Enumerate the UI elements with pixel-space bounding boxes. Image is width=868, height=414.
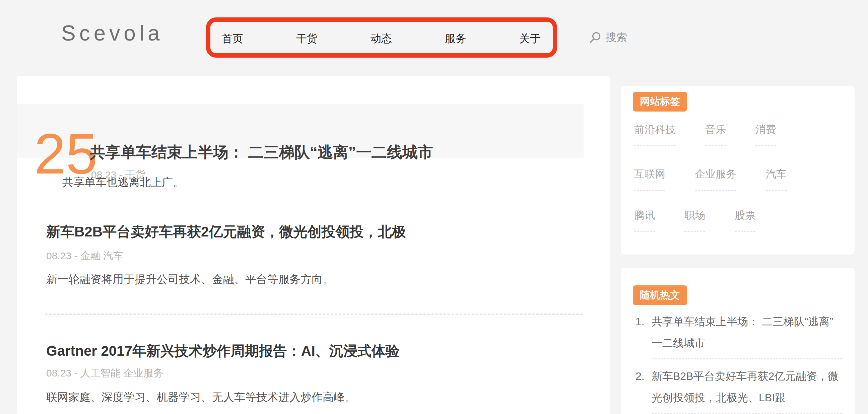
hot-article-item[interactable]: 1. 共享单车结束上半场： 二三梯队“逃离”一二线城市: [636, 311, 842, 354]
featured-article-header: 25 共享单车结束上半场： 二三梯队“逃离”一二线城市 08.23 - 干货: [17, 104, 584, 158]
article-title[interactable]: Gartner 2017年新兴技术炒作周期报告：AI、沉浸式体验: [46, 342, 400, 360]
tag-row: 前沿科技 音乐 消费: [634, 123, 776, 147]
nav-item-home[interactable]: 首页: [222, 31, 243, 46]
site-tags-panel: 网站标签 前沿科技 音乐 消费 互联网 企业服务 汽车 腾讯 职场 股票: [621, 86, 855, 255]
tag-yinyue[interactable]: 音乐: [705, 123, 726, 147]
search-button[interactable]: 搜索: [589, 30, 627, 45]
tag-xiaofei[interactable]: 消费: [755, 123, 776, 147]
tag-row: 腾讯 职场 股票: [634, 208, 755, 232]
nav-item-fuwu[interactable]: 服务: [445, 31, 466, 46]
hot-article-list: 1. 共享单车结束上半场： 二三梯队“逃离”一二线城市 2. 新车B2B平台卖好…: [636, 311, 842, 414]
hot-article-index: 1.: [636, 311, 652, 354]
hot-article-index: 2.: [636, 365, 652, 408]
article-excerpt: 新一轮融资将用于提升公司技术、金融、平台等服务方向。: [46, 272, 334, 287]
tag-qiche[interactable]: 汽车: [766, 167, 786, 191]
tag-qianyankeji[interactable]: 前沿科技: [634, 123, 676, 147]
tag-row: 互联网 企业服务 汽车: [634, 167, 786, 191]
hot-article-item[interactable]: 2. 新车B2B平台卖好车再获2亿元融资，微光创投领投，北极光、LBI跟: [636, 365, 842, 408]
article-list-card: 25 共享单车结束上半场： 二三梯队“逃离”一二线城市 08.23 - 干货 共…: [17, 76, 610, 414]
featured-article-excerpt: 共享单车也逃离北上广。: [62, 175, 184, 190]
nav-item-ganhuo[interactable]: 干货: [296, 31, 318, 46]
tag-tengxun[interactable]: 腾讯: [634, 208, 655, 232]
hot-list-divider: [652, 358, 842, 359]
tag-hulianwang[interactable]: 互联网: [634, 167, 665, 191]
tags-panel-badge: 网站标签: [633, 92, 687, 112]
tag-qiyefuwu[interactable]: 企业服务: [695, 167, 736, 191]
article-divider: [45, 314, 583, 315]
featured-article-title[interactable]: 共享单车结束上半场： 二三梯队“逃离”一二线城市: [90, 142, 433, 163]
hot-article-title[interactable]: 共享单车结束上半场： 二三梯队“逃离”一二线城市: [652, 311, 842, 354]
page: { "brand": { "logo": "Scevola" }, "nav":…: [0, 0, 868, 414]
tag-gupiao[interactable]: 股票: [735, 208, 755, 232]
hot-panel-badge: 随机热文: [633, 285, 687, 305]
search-label: 搜索: [606, 30, 627, 45]
featured-article-number: 25: [34, 125, 97, 182]
article-meta: 08.23 - 人工智能 企业服务: [46, 367, 163, 380]
nav-item-dongtai[interactable]: 动态: [371, 31, 392, 46]
hot-article-title[interactable]: 新车B2B平台卖好车再获2亿元融资，微光创投领投，北极光、LBI跟: [652, 365, 842, 408]
article-meta: 08.23 - 金融 汽车: [46, 249, 123, 263]
article-title[interactable]: 新车B2B平台卖好车再获2亿元融资，微光创投领投，北极: [46, 222, 406, 241]
search-icon: [589, 31, 602, 44]
article-excerpt: 联网家庭、深度学习、机器学习、无人车等技术进入炒作高峰。: [46, 390, 356, 405]
nav-item-guanyu[interactable]: 关于: [519, 31, 541, 46]
site-logo[interactable]: Scevola: [61, 21, 163, 45]
main-nav: 首页 干货 动态 服务 关于: [222, 31, 541, 46]
tag-zhichang[interactable]: 职场: [684, 208, 705, 232]
hot-articles-panel: 随机热文 1. 共享单车结束上半场： 二三梯队“逃离”一二线城市 2. 新车B2…: [621, 268, 855, 414]
